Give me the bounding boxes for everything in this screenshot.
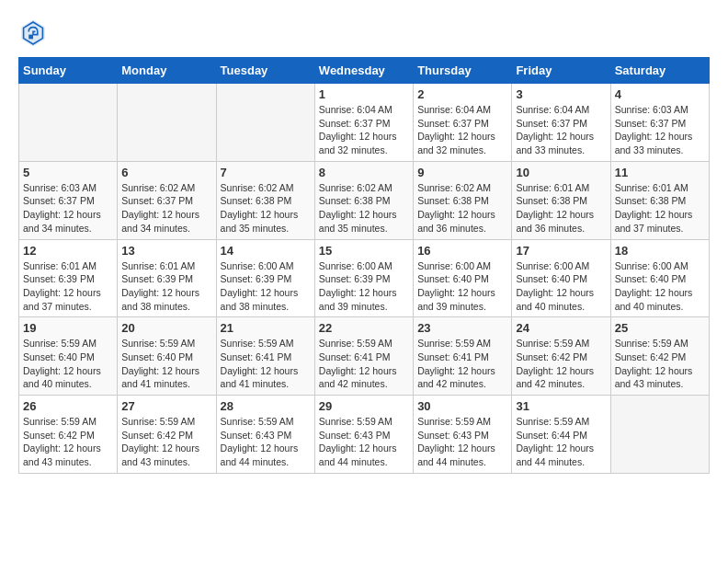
day-number: 2 [417, 87, 507, 101]
calendar-day-cell [118, 84, 216, 162]
calendar-day-cell: 8Sunrise: 6:02 AM Sunset: 6:38 PM Daylig… [314, 161, 413, 239]
day-info: Sunrise: 5:59 AM Sunset: 6:42 PM Dayligh… [121, 415, 211, 469]
svg-rect-2 [28, 35, 33, 40]
calendar-day-cell: 19Sunrise: 5:59 AM Sunset: 6:40 PM Dayli… [19, 317, 118, 396]
calendar-day-cell: 27Sunrise: 5:59 AM Sunset: 6:42 PM Dayli… [118, 396, 216, 474]
day-info: Sunrise: 5:59 AM Sunset: 6:41 PM Dayligh… [221, 337, 311, 391]
day-of-week-header: Tuesday [216, 58, 314, 84]
day-number: 23 [417, 321, 507, 335]
day-number: 5 [23, 166, 113, 179]
calendar-day-cell [610, 396, 709, 474]
day-number: 16 [417, 244, 507, 258]
calendar-day-cell: 17Sunrise: 6:00 AM Sunset: 6:40 PM Dayli… [512, 239, 610, 317]
day-number: 29 [319, 399, 409, 413]
logo [18, 18, 51, 48]
day-number: 9 [417, 166, 507, 179]
day-info: Sunrise: 6:03 AM Sunset: 6:37 PM Dayligh… [615, 103, 705, 157]
day-number: 24 [516, 321, 606, 335]
day-info: Sunrise: 5:59 AM Sunset: 6:43 PM Dayligh… [417, 415, 507, 469]
calendar-day-cell [19, 84, 118, 162]
day-number: 31 [516, 399, 606, 413]
day-number: 22 [319, 321, 409, 335]
day-info: Sunrise: 6:01 AM Sunset: 6:39 PM Dayligh… [121, 259, 211, 314]
day-number: 14 [221, 244, 311, 258]
day-info: Sunrise: 5:59 AM Sunset: 6:44 PM Dayligh… [516, 415, 606, 469]
day-of-week-header: Thursday [414, 58, 512, 84]
calendar-week-row: 26Sunrise: 5:59 AM Sunset: 6:42 PM Dayli… [19, 396, 710, 474]
day-info: Sunrise: 6:01 AM Sunset: 6:38 PM Dayligh… [615, 181, 705, 236]
calendar-day-cell: 13Sunrise: 6:01 AM Sunset: 6:39 PM Dayli… [118, 239, 216, 317]
calendar-day-cell: 29Sunrise: 5:59 AM Sunset: 6:43 PM Dayli… [314, 396, 413, 474]
day-info: Sunrise: 6:01 AM Sunset: 6:39 PM Dayligh… [23, 259, 113, 314]
calendar-day-cell: 2Sunrise: 6:04 AM Sunset: 6:37 PM Daylig… [414, 84, 512, 162]
day-number: 19 [23, 321, 113, 335]
day-number: 1 [319, 87, 409, 101]
day-info: Sunrise: 6:03 AM Sunset: 6:37 PM Dayligh… [23, 181, 113, 236]
calendar-day-cell: 4Sunrise: 6:03 AM Sunset: 6:37 PM Daylig… [610, 84, 709, 162]
day-info: Sunrise: 5:59 AM Sunset: 6:40 PM Dayligh… [23, 337, 113, 391]
calendar-day-cell: 1Sunrise: 6:04 AM Sunset: 6:37 PM Daylig… [314, 84, 413, 162]
day-number: 3 [516, 87, 606, 101]
calendar-day-cell: 16Sunrise: 6:00 AM Sunset: 6:40 PM Dayli… [414, 239, 512, 317]
page-header [18, 18, 710, 48]
day-info: Sunrise: 6:00 AM Sunset: 6:39 PM Dayligh… [221, 259, 311, 314]
calendar-week-row: 1Sunrise: 6:04 AM Sunset: 6:37 PM Daylig… [19, 84, 710, 162]
day-number: 21 [221, 321, 311, 335]
day-of-week-header: Saturday [610, 58, 709, 84]
calendar-day-cell: 20Sunrise: 5:59 AM Sunset: 6:40 PM Dayli… [118, 317, 216, 396]
day-of-week-header: Sunday [19, 58, 118, 84]
day-info: Sunrise: 5:59 AM Sunset: 6:40 PM Dayligh… [121, 337, 211, 391]
day-info: Sunrise: 6:04 AM Sunset: 6:37 PM Dayligh… [516, 103, 606, 157]
day-info: Sunrise: 6:00 AM Sunset: 6:40 PM Dayligh… [417, 259, 507, 314]
day-info: Sunrise: 6:02 AM Sunset: 6:38 PM Dayligh… [319, 181, 409, 236]
day-info: Sunrise: 6:01 AM Sunset: 6:38 PM Dayligh… [516, 181, 606, 236]
day-number: 27 [121, 399, 211, 413]
day-number: 4 [615, 87, 705, 101]
day-number: 17 [516, 244, 606, 258]
calendar-week-row: 12Sunrise: 6:01 AM Sunset: 6:39 PM Dayli… [19, 239, 710, 317]
day-number: 15 [319, 244, 409, 258]
calendar-day-cell: 30Sunrise: 5:59 AM Sunset: 6:43 PM Dayli… [414, 396, 512, 474]
calendar-week-row: 5Sunrise: 6:03 AM Sunset: 6:37 PM Daylig… [19, 161, 710, 239]
calendar-day-cell: 15Sunrise: 6:00 AM Sunset: 6:39 PM Dayli… [314, 239, 413, 317]
day-info: Sunrise: 6:02 AM Sunset: 6:37 PM Dayligh… [121, 181, 211, 236]
calendar-day-cell: 7Sunrise: 6:02 AM Sunset: 6:38 PM Daylig… [216, 161, 314, 239]
day-number: 18 [615, 244, 705, 258]
calendar-day-cell: 28Sunrise: 5:59 AM Sunset: 6:43 PM Dayli… [216, 396, 314, 474]
calendar-day-cell: 23Sunrise: 5:59 AM Sunset: 6:41 PM Dayli… [414, 317, 512, 396]
day-number: 7 [221, 166, 311, 179]
day-info: Sunrise: 5:59 AM Sunset: 6:42 PM Dayligh… [615, 337, 705, 391]
calendar-day-cell: 3Sunrise: 6:04 AM Sunset: 6:37 PM Daylig… [512, 84, 610, 162]
calendar-day-cell: 21Sunrise: 5:59 AM Sunset: 6:41 PM Dayli… [216, 317, 314, 396]
day-info: Sunrise: 6:04 AM Sunset: 6:37 PM Dayligh… [319, 103, 409, 157]
calendar-day-cell: 10Sunrise: 6:01 AM Sunset: 6:38 PM Dayli… [512, 161, 610, 239]
calendar-week-row: 19Sunrise: 5:59 AM Sunset: 6:40 PM Dayli… [19, 317, 710, 396]
calendar-day-cell: 31Sunrise: 5:59 AM Sunset: 6:44 PM Dayli… [512, 396, 610, 474]
calendar-table: SundayMondayTuesdayWednesdayThursdayFrid… [18, 57, 710, 474]
day-info: Sunrise: 5:59 AM Sunset: 6:41 PM Dayligh… [417, 337, 507, 391]
calendar-day-cell: 14Sunrise: 6:00 AM Sunset: 6:39 PM Dayli… [216, 239, 314, 317]
day-info: Sunrise: 6:04 AM Sunset: 6:37 PM Dayligh… [417, 103, 507, 157]
calendar-day-cell: 9Sunrise: 6:02 AM Sunset: 6:38 PM Daylig… [414, 161, 512, 239]
day-number: 10 [516, 166, 606, 179]
calendar-day-cell: 26Sunrise: 5:59 AM Sunset: 6:42 PM Dayli… [19, 396, 118, 474]
day-number: 11 [615, 166, 705, 179]
day-number: 30 [417, 399, 507, 413]
calendar-header-row: SundayMondayTuesdayWednesdayThursdayFrid… [19, 58, 710, 84]
day-info: Sunrise: 6:00 AM Sunset: 6:40 PM Dayligh… [615, 259, 705, 314]
day-info: Sunrise: 6:00 AM Sunset: 6:39 PM Dayligh… [319, 259, 409, 314]
calendar-day-cell: 22Sunrise: 5:59 AM Sunset: 6:41 PM Dayli… [314, 317, 413, 396]
calendar-day-cell [216, 84, 314, 162]
day-number: 8 [319, 166, 409, 179]
day-of-week-header: Friday [512, 58, 610, 84]
day-number: 28 [221, 399, 311, 413]
calendar-day-cell: 12Sunrise: 6:01 AM Sunset: 6:39 PM Dayli… [19, 239, 118, 317]
day-info: Sunrise: 6:00 AM Sunset: 6:40 PM Dayligh… [516, 259, 606, 314]
calendar-day-cell: 18Sunrise: 6:00 AM Sunset: 6:40 PM Dayli… [610, 239, 709, 317]
day-number: 20 [121, 321, 211, 335]
day-number: 26 [23, 399, 113, 413]
day-number: 6 [121, 166, 211, 179]
calendar-day-cell: 25Sunrise: 5:59 AM Sunset: 6:42 PM Dayli… [610, 317, 709, 396]
calendar-day-cell: 11Sunrise: 6:01 AM Sunset: 6:38 PM Dayli… [610, 161, 709, 239]
day-number: 25 [615, 321, 705, 335]
